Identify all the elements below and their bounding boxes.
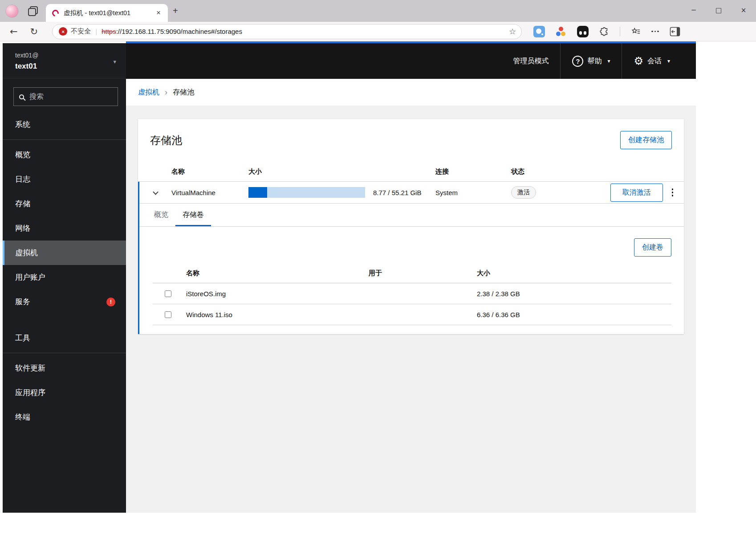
pool-usage-bar xyxy=(248,187,365,198)
more-menu-icon[interactable] xyxy=(651,31,659,33)
insecure-shield-icon[interactable]: × xyxy=(59,27,67,36)
browser-profile-avatar[interactable] xyxy=(5,4,19,18)
refresh-icon[interactable]: ↻ xyxy=(30,26,38,37)
sidebar-item-storage[interactable]: 存储 xyxy=(3,192,126,216)
sidebar-item-system[interactable]: 系统 xyxy=(3,112,126,137)
sidebar-nav: 系统 概览 日志 存储 网络 虚拟机 用户账户 服务 ! 工具 软件更新 应用程… xyxy=(3,112,126,429)
session-menu-button[interactable]: ⚙ 会话 ▾ xyxy=(622,43,696,79)
help-menu-button[interactable]: ? 帮助 ▾ xyxy=(561,43,622,79)
breadcrumb-separator-icon: › xyxy=(165,88,167,97)
browser-toolbar: ← ↻ × 不安全 | https ://192.168.11.75:9090/… xyxy=(0,22,756,41)
pools-table-header: 名称 大小 连接 状态 xyxy=(138,162,684,182)
bookmark-star-icon[interactable]: ☆ xyxy=(509,27,516,37)
window-maximize-button[interactable]: □ xyxy=(706,6,731,14)
sidebar-item-applications[interactable]: 应用程序 xyxy=(3,380,126,405)
debian-swirl-favicon xyxy=(51,8,60,18)
url-divider: | xyxy=(95,28,97,35)
sidebar-item-services[interactable]: 服务 ! xyxy=(3,290,126,314)
column-name: 名称 xyxy=(167,167,244,176)
masthead: 管理员模式 ? 帮助 ▾ ⚙ 会话 ▾ xyxy=(126,43,696,79)
tab-overview[interactable]: 概览 xyxy=(147,204,175,226)
host-switcher[interactable]: text01@ text01 ▾ xyxy=(3,43,126,78)
volumes-table: 名称 用于 大小 iStoreOS.img 2.38 / 2.38 GB xyxy=(153,264,671,334)
pool-row-actions: 取消激活 xyxy=(578,184,684,202)
host-user-label: text01@ xyxy=(15,52,116,59)
column-connection: 连接 xyxy=(431,167,506,176)
card-header: 存储池 创建存储池 xyxy=(138,119,684,162)
pool-connection: System xyxy=(431,189,506,196)
volume-checkbox[interactable] xyxy=(165,311,171,318)
volume-actions-row: 创建卷 xyxy=(139,227,684,264)
create-volume-button[interactable]: 创建卷 xyxy=(634,238,671,257)
kebab-menu-icon[interactable] xyxy=(670,187,675,198)
sidebar-item-logs[interactable]: 日志 xyxy=(3,167,126,192)
extensions-puzzle-icon[interactable] xyxy=(599,27,609,37)
nav-divider xyxy=(3,139,126,140)
favorites-bar-icon[interactable] xyxy=(631,27,641,37)
admin-mode-button[interactable]: 管理员模式 xyxy=(501,43,560,79)
tab-title: 虚拟机 - text01@text01 xyxy=(64,9,154,17)
storage-pools-card: 存储池 创建存储池 名称 大小 连接 状态 Virt xyxy=(138,119,684,334)
window-minimize-button[interactable]: ─ xyxy=(681,6,706,14)
tab-close-icon[interactable]: × xyxy=(154,8,163,17)
sidebar-item-networking[interactable]: 网络 xyxy=(3,216,126,241)
volume-size: 6.36 / 6.36 GB xyxy=(471,311,671,318)
url-protocol: https xyxy=(102,28,116,35)
window-close-button[interactable]: × xyxy=(731,6,756,14)
column-size: 大小 xyxy=(244,167,431,176)
chevron-down-icon: ▾ xyxy=(667,58,670,64)
sidebar-search[interactable] xyxy=(13,87,118,106)
table-row-volume: Windows 11.iso 6.36 / 6.36 GB xyxy=(153,304,671,325)
volumes-table-header: 名称 用于 大小 xyxy=(153,264,671,283)
extension-dark-icon[interactable] xyxy=(577,26,589,37)
address-bar[interactable]: × 不安全 | https ://192.168.11.75:9090/mach… xyxy=(52,24,522,39)
pool-usage-fill xyxy=(248,187,267,198)
browser-tab-active[interactable]: 虚拟机 - text01@text01 × xyxy=(46,4,168,22)
volume-checkbox[interactable] xyxy=(165,290,171,297)
volume-name: iStoreOS.img xyxy=(181,290,363,298)
sidebar-item-overview[interactable]: 概览 xyxy=(3,143,126,167)
sidebar-item-accounts[interactable]: 用户账户 xyxy=(3,265,126,290)
volume-checkbox-cell xyxy=(153,311,181,318)
cockpit-page: text01@ text01 ▾ 系统 概览 日志 存储 网络 虚拟机 用户账户… xyxy=(0,41,756,555)
cockpit-sidebar: text01@ text01 ▾ 系统 概览 日志 存储 网络 虚拟机 用户账户… xyxy=(3,43,126,513)
url-text: ://192.168.11.75:9090/machines#/storages xyxy=(116,28,242,35)
chevron-down-icon: ▾ xyxy=(607,58,610,64)
table-row-pool: VirtualMachine 8.77 / 55.21 GiB System 激… xyxy=(139,182,684,204)
search-icon xyxy=(19,94,24,99)
chevron-down-icon xyxy=(153,189,159,195)
search-input[interactable] xyxy=(29,93,112,101)
workspaces-icon[interactable] xyxy=(28,6,38,16)
status-badge: 激活 xyxy=(511,186,536,199)
pool-detail-tabs: 概览 存储卷 xyxy=(139,204,684,227)
breadcrumb-virtual-machines-link[interactable]: 虚拟机 xyxy=(138,88,159,97)
host-caret-icon[interactable]: ▾ xyxy=(113,58,116,65)
back-icon[interactable]: ← xyxy=(10,26,18,37)
tab-storage-volumes[interactable]: 存储卷 xyxy=(175,204,211,226)
pool-name: VirtualMachine xyxy=(167,189,244,196)
volume-checkbox-cell xyxy=(153,290,181,297)
column-volume-size: 大小 xyxy=(471,269,671,278)
sidebar-item-software-updates[interactable]: 软件更新 xyxy=(3,356,126,380)
new-tab-button[interactable]: + xyxy=(173,6,178,15)
help-icon: ? xyxy=(572,56,583,67)
sidebar-item-tools[interactable]: 工具 xyxy=(3,326,126,350)
column-used-by: 用于 xyxy=(363,269,471,278)
row-expand-toggle[interactable] xyxy=(139,191,167,195)
pool-state-cell: 激活 xyxy=(506,186,578,199)
sidebar-toggle-icon[interactable] xyxy=(670,27,680,37)
deactivate-button[interactable]: 取消激活 xyxy=(610,184,663,202)
create-storage-pool-button[interactable]: 创建存储池 xyxy=(620,131,672,149)
toolbar-divider xyxy=(620,27,620,37)
breadcrumb: 虚拟机 › 存储池 xyxy=(126,79,696,106)
sidebar-item-terminal[interactable]: 终端 xyxy=(3,405,126,429)
security-label: 不安全 xyxy=(71,27,91,36)
page-title: 存储池 xyxy=(150,133,182,147)
browser-tab-strip: 虚拟机 - text01@text01 × + ─ □ × xyxy=(0,0,756,22)
extension-colorballs-icon[interactable] xyxy=(556,26,566,37)
sidebar-item-virtual-machines[interactable]: 虚拟机 xyxy=(3,241,126,265)
services-alert-badge: ! xyxy=(106,298,115,306)
volume-name: Windows 11.iso xyxy=(181,311,363,318)
extension-blue-icon[interactable] xyxy=(533,26,545,37)
browser-window: 虚拟机 - text01@text01 × + ─ □ × ← ↻ × 不安全 … xyxy=(0,0,756,555)
